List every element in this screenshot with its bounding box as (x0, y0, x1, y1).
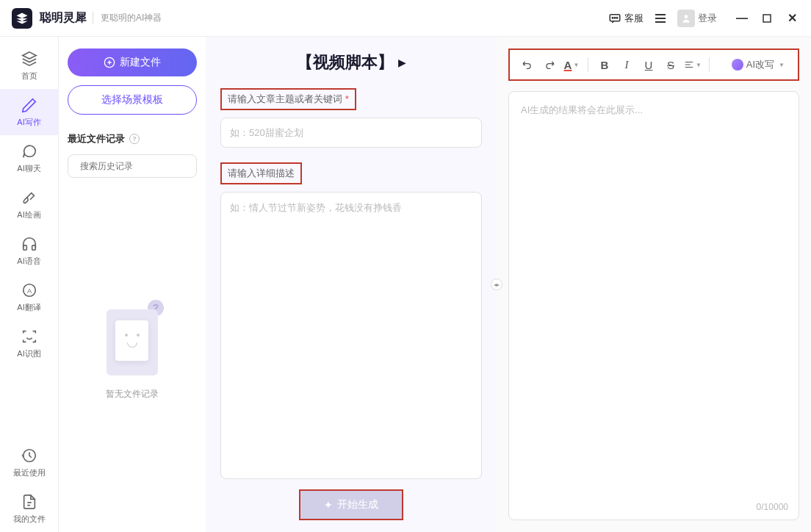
file-icon (21, 493, 38, 511)
nav-label: AI翻译 (17, 302, 40, 313)
nav-image-recog[interactable]: AI识图 (0, 320, 58, 367)
template-button[interactable]: 选择场景模板 (68, 85, 197, 115)
description-textarea[interactable] (220, 192, 482, 479)
nav-chat[interactable]: AI聊天 (0, 135, 58, 181)
svg-point-4 (685, 15, 688, 18)
maximize-button[interactable] (760, 11, 774, 26)
nav-label: AI识图 (17, 348, 40, 359)
drag-handle[interactable]: ◂▸ (491, 278, 502, 290)
output-placeholder: AI生成的结果将会在此展示... (521, 104, 787, 117)
italic-button[interactable]: I (616, 54, 637, 75)
char-count: 0/10000 (757, 502, 788, 512)
font-color-button[interactable]: A▼ (561, 54, 582, 75)
svg-point-2 (614, 17, 616, 18)
topic-label: 请输入文章主题或者关键词 * (220, 88, 356, 110)
left-nav: 首页 AI写作 AI聊天 AI绘画 AI语音 A AI翻译 AI识图 (0, 37, 59, 532)
ai-rewrite-icon (732, 59, 743, 71)
chat-icon (608, 12, 621, 25)
translate-icon: A (21, 281, 38, 299)
svg-text:A: A (26, 287, 32, 295)
new-file-label: 新建文件 (120, 56, 161, 69)
svg-point-3 (616, 17, 618, 18)
empty-state: ? 暂无文件记录 (68, 178, 197, 520)
align-button[interactable]: ▼ (682, 54, 703, 75)
app-tagline: 更聪明的AI神器 (93, 12, 162, 24)
chat-bubble-icon (21, 143, 38, 160)
underline-button[interactable]: U (638, 54, 659, 75)
nav-translate[interactable]: A AI翻译 (0, 274, 58, 320)
login-label: 登录 (698, 12, 717, 25)
nav-label: AI绘画 (17, 209, 40, 220)
search-history-input[interactable] (80, 161, 190, 171)
panel-title: 【视频脚本】 (297, 51, 394, 73)
search-history-box[interactable] (68, 154, 197, 178)
nav-writing[interactable]: AI写作 (0, 89, 58, 135)
app-name: 聪明灵犀 (40, 10, 87, 26)
nav-label: AI语音 (17, 256, 40, 267)
brush-icon (21, 189, 38, 206)
nav-painting[interactable]: AI绘画 (0, 181, 58, 228)
svg-point-1 (612, 17, 613, 18)
new-file-button[interactable]: 新建文件 (68, 48, 197, 76)
titlebar: 聪明灵犀 更聪明的AI神器 客服 登录 — ✕ (0, 0, 811, 37)
close-button[interactable]: ✕ (785, 11, 799, 26)
redo-button[interactable] (539, 54, 560, 75)
avatar-icon (677, 10, 695, 27)
output-area[interactable]: AI生成的结果将会在此展示... 0/10000 (508, 91, 799, 520)
login-button[interactable]: 登录 (677, 10, 717, 27)
minimize-button[interactable]: — (735, 11, 749, 26)
play-icon[interactable]: ▶ (398, 57, 406, 68)
nav-home[interactable]: 首页 (0, 43, 58, 89)
strikethrough-button[interactable]: S (660, 54, 681, 75)
editor-toolbar: A▼ B I U S ▼ AI改写 ▼ (508, 48, 799, 81)
scan-icon (21, 328, 38, 345)
svg-rect-5 (763, 15, 771, 22)
right-panel: A▼ B I U S ▼ AI改写 ▼ AI生成的结果将会在此展示... 0/1… (497, 37, 811, 532)
pen-icon (21, 96, 38, 114)
required-mark: * (345, 93, 349, 104)
app-logo-icon (12, 8, 32, 29)
history-icon (21, 447, 38, 464)
file-panel: 新建文件 选择场景模板 最近文件记录 ? ? 暂无文件记录 (59, 37, 206, 532)
nav-recent[interactable]: 最近使用 (0, 439, 58, 486)
nav-label: 我的文件 (13, 514, 46, 525)
sparkle-icon: ✦ (324, 499, 333, 511)
empty-clipboard-icon: ? (99, 298, 165, 379)
nav-label: 最近使用 (13, 467, 46, 478)
headphone-icon (21, 235, 38, 253)
generate-label: 开始生成 (337, 498, 378, 511)
bold-button[interactable]: B (594, 54, 615, 75)
customer-service-label: 客服 (624, 12, 644, 25)
home-icon (21, 50, 38, 68)
menu-button[interactable] (652, 11, 668, 26)
nav-label: 首页 (21, 71, 37, 82)
nav-label: AI写作 (17, 117, 40, 128)
center-panel: 【视频脚本】 ▶ 请输入文章主题或者关键词 * 请输入详细描述 ✦ 开始生成 ◂… (206, 37, 497, 532)
empty-text: 暂无文件记录 (106, 388, 159, 400)
recent-files-label: 最近文件记录 (68, 132, 125, 145)
nav-my-files[interactable]: 我的文件 (0, 486, 58, 532)
generate-button[interactable]: ✦ 开始生成 (299, 489, 403, 520)
ai-rewrite-label: AI改写 (746, 58, 774, 71)
nav-label: AI聊天 (17, 163, 40, 174)
customer-service-button[interactable]: 客服 (608, 12, 644, 25)
plus-circle-icon (104, 57, 115, 68)
description-label: 请输入详细描述 (220, 162, 302, 184)
topic-input[interactable] (220, 118, 482, 148)
nav-voice[interactable]: AI语音 (0, 228, 58, 274)
help-icon[interactable]: ? (129, 134, 140, 144)
undo-button[interactable] (517, 54, 538, 75)
topic-label-text: 请输入文章主题或者关键词 (228, 93, 342, 104)
ai-rewrite-button[interactable]: AI改写 ▼ (726, 55, 790, 74)
